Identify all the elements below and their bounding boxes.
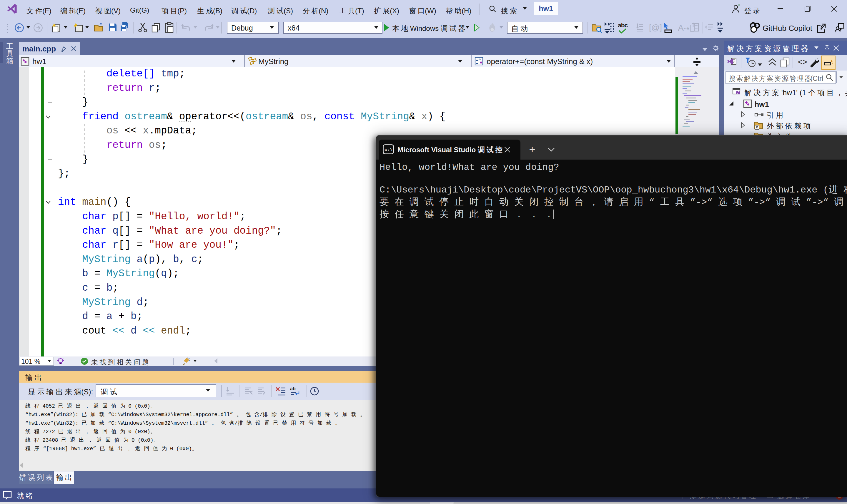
- svg-text:ab: ab: [290, 386, 296, 391]
- svg-text:c:\: c:\: [384, 147, 393, 152]
